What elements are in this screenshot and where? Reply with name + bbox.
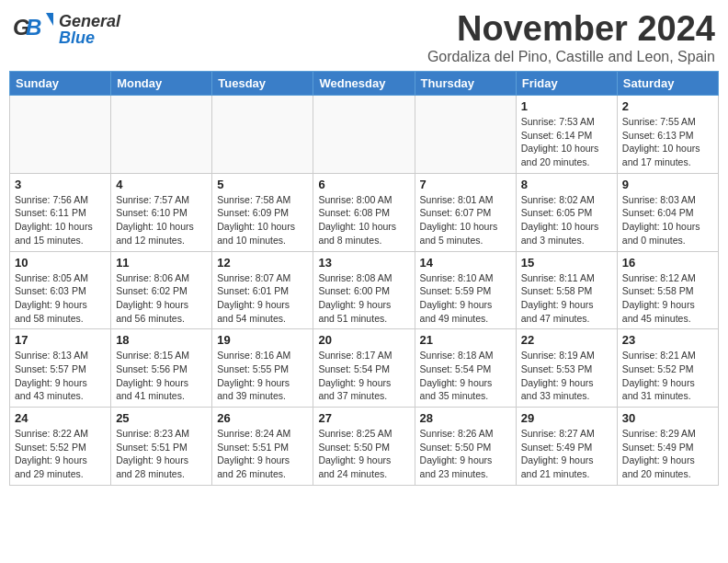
logo-blue: Blue (59, 29, 120, 46)
week-row-3: 10Sunrise: 8:05 AM Sunset: 6:03 PM Dayli… (10, 251, 719, 329)
day-number: 27 (318, 411, 409, 425)
calendar-cell: 25Sunrise: 8:23 AM Sunset: 5:51 PM Dayli… (111, 408, 212, 486)
day-info: Sunrise: 8:21 AM Sunset: 5:52 PM Dayligh… (622, 349, 713, 403)
calendar-cell: 19Sunrise: 8:16 AM Sunset: 5:55 PM Dayli… (212, 329, 313, 408)
day-info: Sunrise: 8:27 AM Sunset: 5:49 PM Dayligh… (521, 427, 612, 481)
day-number: 15 (521, 256, 612, 270)
day-info: Sunrise: 8:10 AM Sunset: 5:59 PM Dayligh… (420, 271, 511, 326)
day-number: 23 (622, 333, 713, 347)
day-number: 7 (420, 178, 511, 191)
day-info: Sunrise: 8:06 AM Sunset: 6:02 PM Dayligh… (116, 271, 207, 326)
day-info: Sunrise: 8:03 AM Sunset: 6:04 PM Dayligh… (622, 193, 713, 247)
day-number: 3 (15, 178, 106, 191)
calendar-cell: 27Sunrise: 8:25 AM Sunset: 5:50 PM Dayli… (313, 408, 415, 486)
weekday-header-thursday: Thursday (415, 72, 516, 96)
calendar-cell: 21Sunrise: 8:18 AM Sunset: 5:54 PM Dayli… (415, 329, 516, 408)
calendar-cell: 8Sunrise: 8:02 AM Sunset: 6:05 PM Daylig… (516, 173, 617, 251)
svg-marker-2 (46, 13, 53, 26)
month-title: November 2024 (427, 9, 715, 49)
location-text: Gordaliza del Pino, Castille and Leon, S… (427, 49, 715, 65)
weekday-header-sunday: Sunday (10, 72, 111, 96)
svg-text:B: B (26, 15, 41, 40)
week-row-4: 17Sunrise: 8:13 AM Sunset: 5:57 PM Dayli… (10, 329, 719, 408)
day-number: 24 (15, 411, 106, 425)
logo-text: General Blue (59, 13, 120, 46)
day-info: Sunrise: 8:15 AM Sunset: 5:56 PM Dayligh… (116, 349, 207, 403)
day-number: 29 (521, 411, 612, 425)
day-number: 6 (318, 178, 409, 191)
calendar-cell: 29Sunrise: 8:27 AM Sunset: 5:49 PM Dayli… (516, 408, 617, 486)
calendar-cell: 16Sunrise: 8:12 AM Sunset: 5:58 PM Dayli… (617, 251, 718, 329)
day-number: 22 (521, 333, 612, 347)
calendar-cell: 24Sunrise: 8:22 AM Sunset: 5:52 PM Dayli… (10, 408, 111, 486)
calendar-cell: 9Sunrise: 8:03 AM Sunset: 6:04 PM Daylig… (617, 173, 718, 251)
day-info: Sunrise: 8:17 AM Sunset: 5:54 PM Dayligh… (318, 349, 409, 403)
day-number: 8 (521, 178, 612, 191)
calendar-cell: 10Sunrise: 8:05 AM Sunset: 6:03 PM Dayli… (10, 251, 111, 329)
day-number: 26 (217, 411, 308, 425)
weekday-header-row: SundayMondayTuesdayWednesdayThursdayFrid… (10, 72, 719, 96)
day-number: 12 (217, 256, 308, 270)
calendar-cell: 11Sunrise: 8:06 AM Sunset: 6:02 PM Dayli… (111, 251, 212, 329)
calendar-cell: 30Sunrise: 8:29 AM Sunset: 5:49 PM Dayli… (617, 408, 718, 486)
day-number: 11 (116, 256, 207, 270)
day-info: Sunrise: 8:01 AM Sunset: 6:07 PM Dayligh… (420, 193, 511, 247)
calendar-cell: 18Sunrise: 8:15 AM Sunset: 5:56 PM Dayli… (111, 329, 212, 408)
calendar-cell: 4Sunrise: 7:57 AM Sunset: 6:10 PM Daylig… (111, 173, 212, 251)
calendar-cell (415, 96, 516, 174)
day-number: 20 (318, 333, 409, 347)
calendar-cell (212, 96, 313, 174)
logo: G B General Blue (13, 9, 120, 50)
calendar-cell: 1Sunrise: 7:53 AM Sunset: 6:14 PM Daylig… (516, 96, 617, 174)
day-number: 18 (116, 333, 207, 347)
day-info: Sunrise: 8:25 AM Sunset: 5:50 PM Dayligh… (318, 427, 409, 481)
day-number: 17 (15, 333, 106, 347)
day-number: 13 (318, 256, 409, 270)
day-number: 25 (116, 411, 207, 425)
weekday-header-saturday: Saturday (617, 72, 718, 96)
day-info: Sunrise: 8:23 AM Sunset: 5:51 PM Dayligh… (116, 427, 207, 481)
week-row-2: 3Sunrise: 7:56 AM Sunset: 6:11 PM Daylig… (10, 173, 719, 251)
day-info: Sunrise: 8:13 AM Sunset: 5:57 PM Dayligh… (15, 349, 106, 403)
page-header: G B General Blue November 2024 Gordaliza… (9, 9, 719, 65)
calendar-cell: 6Sunrise: 8:00 AM Sunset: 6:08 PM Daylig… (313, 173, 415, 251)
title-area: November 2024 Gordaliza del Pino, Castil… (427, 9, 715, 65)
calendar-cell (111, 96, 212, 174)
calendar-cell: 5Sunrise: 7:58 AM Sunset: 6:09 PM Daylig… (212, 173, 313, 251)
calendar-cell: 15Sunrise: 8:11 AM Sunset: 5:58 PM Dayli… (516, 251, 617, 329)
calendar-cell: 7Sunrise: 8:01 AM Sunset: 6:07 PM Daylig… (415, 173, 516, 251)
calendar-cell: 17Sunrise: 8:13 AM Sunset: 5:57 PM Dayli… (10, 329, 111, 408)
day-number: 21 (420, 333, 511, 347)
calendar-cell: 12Sunrise: 8:07 AM Sunset: 6:01 PM Dayli… (212, 251, 313, 329)
calendar-cell: 2Sunrise: 7:55 AM Sunset: 6:13 PM Daylig… (617, 96, 718, 174)
day-info: Sunrise: 8:18 AM Sunset: 5:54 PM Dayligh… (420, 349, 511, 403)
day-number: 2 (622, 99, 713, 113)
day-number: 10 (15, 256, 106, 270)
day-info: Sunrise: 7:58 AM Sunset: 6:09 PM Dayligh… (217, 193, 308, 247)
calendar-cell: 14Sunrise: 8:10 AM Sunset: 5:59 PM Dayli… (415, 251, 516, 329)
weekday-header-monday: Monday (111, 72, 212, 96)
day-info: Sunrise: 8:22 AM Sunset: 5:52 PM Dayligh… (15, 427, 106, 481)
weekday-header-wednesday: Wednesday (313, 72, 415, 96)
day-info: Sunrise: 8:02 AM Sunset: 6:05 PM Dayligh… (521, 193, 612, 247)
day-info: Sunrise: 8:16 AM Sunset: 5:55 PM Dayligh… (217, 349, 308, 403)
week-row-5: 24Sunrise: 8:22 AM Sunset: 5:52 PM Dayli… (10, 408, 719, 486)
day-info: Sunrise: 7:55 AM Sunset: 6:13 PM Dayligh… (622, 115, 713, 169)
weekday-header-tuesday: Tuesday (212, 72, 313, 96)
week-row-1: 1Sunrise: 7:53 AM Sunset: 6:14 PM Daylig… (10, 96, 719, 174)
day-number: 30 (622, 411, 713, 425)
day-info: Sunrise: 8:00 AM Sunset: 6:08 PM Dayligh… (318, 193, 409, 247)
weekday-header-friday: Friday (516, 72, 617, 96)
day-number: 28 (420, 411, 511, 425)
day-info: Sunrise: 8:29 AM Sunset: 5:49 PM Dayligh… (622, 427, 713, 481)
day-number: 4 (116, 178, 207, 191)
calendar-header: SundayMondayTuesdayWednesdayThursdayFrid… (10, 72, 719, 96)
day-info: Sunrise: 7:57 AM Sunset: 6:10 PM Dayligh… (116, 193, 207, 247)
day-info: Sunrise: 7:53 AM Sunset: 6:14 PM Dayligh… (521, 115, 612, 169)
logo-general: General (59, 13, 120, 29)
day-info: Sunrise: 8:26 AM Sunset: 5:50 PM Dayligh… (420, 427, 511, 481)
day-info: Sunrise: 8:12 AM Sunset: 5:58 PM Dayligh… (622, 271, 713, 326)
calendar-cell: 23Sunrise: 8:21 AM Sunset: 5:52 PM Dayli… (617, 329, 718, 408)
day-info: Sunrise: 8:05 AM Sunset: 6:03 PM Dayligh… (15, 271, 106, 326)
day-number: 16 (622, 256, 713, 270)
